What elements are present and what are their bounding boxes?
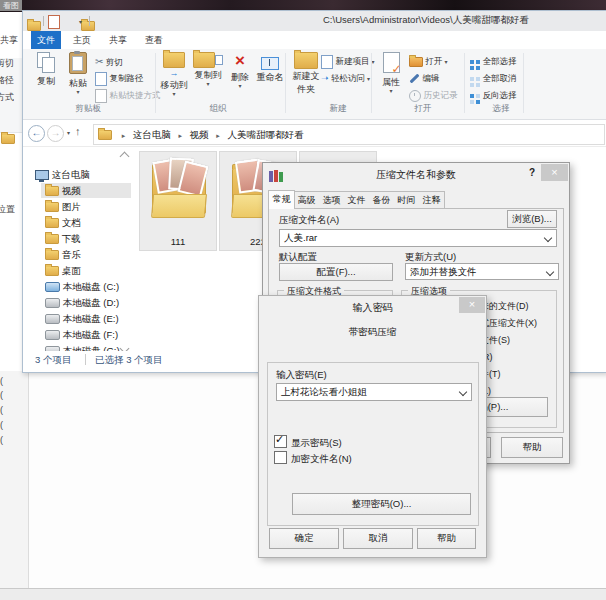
background-drive-fragment: )	[0, 435, 6, 445]
sidebar-item-pictures[interactable]: 图片	[45, 199, 81, 214]
corner-app-label: 看图	[0, 0, 22, 11]
folder-icon	[45, 234, 59, 244]
tab-advanced[interactable]: 高级	[294, 191, 320, 209]
selected-count: 已选择 3 个项目	[95, 351, 163, 368]
breadcrumb-separator-icon	[178, 126, 182, 145]
qat-folder-icon[interactable]	[27, 21, 41, 31]
drive-icon	[45, 298, 60, 308]
sidebar-item-disk-e[interactable]: 本地磁盘 (E:)	[45, 311, 119, 326]
edit-button[interactable]: 编辑	[409, 70, 439, 87]
edit-pencil-icon	[410, 74, 420, 84]
tab-general[interactable]: 常规	[268, 190, 295, 209]
drive-icon	[45, 282, 60, 292]
tab-comment[interactable]: 注释	[419, 191, 445, 209]
organize-passwords-button[interactable]: 整理密码(O)...	[292, 493, 471, 515]
password-cancel-button[interactable]: 取消	[343, 528, 413, 549]
profile-button[interactable]: 配置(F)...	[279, 263, 393, 281]
password-ok-button[interactable]: 确定	[269, 528, 339, 549]
password-close-button[interactable]	[459, 297, 485, 313]
drive-icon	[45, 314, 60, 324]
copy-to-button[interactable]: 复制到	[193, 52, 223, 86]
tab-view[interactable]: 查看	[139, 31, 169, 49]
qat-dropdown-icon[interactable]	[79, 20, 82, 24]
tab-file[interactable]: 文件	[31, 31, 61, 49]
browse-button[interactable]: 浏览(B)...	[507, 210, 557, 228]
paste-icon	[69, 52, 87, 74]
paste-button[interactable]: 粘贴	[63, 52, 93, 94]
qat-new-item-icon[interactable]	[48, 15, 60, 29]
invert-selection-button[interactable]: 反向选择	[469, 87, 516, 104]
folder-icon	[45, 218, 59, 228]
select-all-button[interactable]: 全部选择	[469, 53, 516, 70]
back-button[interactable]: ←	[28, 125, 45, 142]
ribbon-divider	[285, 53, 286, 113]
update-mode-combo[interactable]: 添加并替换文件	[405, 263, 559, 280]
tab-home[interactable]: 主页	[67, 31, 97, 49]
tab-options[interactable]: 选项	[319, 191, 345, 209]
delete-button[interactable]: 删除	[227, 52, 253, 88]
sidebar-item-desktop[interactable]: 桌面	[45, 263, 81, 278]
rename-button[interactable]: 重命名	[255, 52, 285, 84]
breadcrumb-videos[interactable]: 视频	[190, 129, 209, 140]
organize-group-label: 组织	[188, 103, 248, 115]
paste-shortcut-button[interactable]: 粘贴快捷方式	[95, 87, 160, 104]
sidebar-item-disk-d[interactable]: 本地磁盘 (D:)	[45, 295, 119, 310]
up-button[interactable]: ↑	[75, 125, 81, 137]
dialog-help-button[interactable]: ?	[529, 167, 535, 178]
sidebar-item-videos[interactable]: 视频	[41, 183, 131, 198]
show-password-checkbox[interactable]: ✓显示密码(S)	[274, 435, 342, 450]
copy-path-button[interactable]: 复制路径	[95, 70, 143, 87]
sidebar-item-documents[interactable]: 文档	[45, 215, 81, 230]
status-divider	[85, 354, 86, 365]
sidebar-item-disk-f[interactable]: 本地磁盘 (F:)	[45, 327, 118, 342]
sidebar-item-disk-c[interactable]: 本地磁盘 (C:)	[45, 279, 119, 294]
tab-files[interactable]: 文件	[344, 191, 370, 209]
encrypt-names-checkbox[interactable]: 加密文件名(N)	[274, 451, 352, 466]
copy-path-icon	[95, 72, 107, 86]
chevron-down-icon	[544, 234, 552, 242]
winrar-close-button[interactable]	[541, 164, 568, 181]
move-to-button[interactable]: → 移动到	[159, 52, 189, 96]
ribbon: 复制 粘贴 剪切 复制路径 粘贴快捷方式 剪贴板 → 移动到 复制到	[23, 49, 606, 120]
select-none-button[interactable]: 全部取消	[469, 70, 516, 87]
sidebar-item-this-pc[interactable]: 这台电脑	[35, 167, 90, 182]
new-group-label: 新建	[313, 103, 363, 115]
chevron-down-icon	[459, 388, 467, 396]
password-help-button[interactable]: 帮助	[417, 528, 476, 549]
background-window-sidebar-area: ) ) ) ) )	[0, 371, 29, 588]
folder-tile-111[interactable]: 111	[139, 151, 217, 251]
breadcrumb-current-folder[interactable]: 人美嘴甜哪都好看	[227, 129, 303, 140]
tab-backup[interactable]: 备份	[369, 191, 395, 209]
tab-time[interactable]: 时间	[394, 191, 420, 209]
background-drive-fragment: )	[0, 376, 6, 386]
paste-shortcut-icon	[95, 89, 107, 103]
copy-to-icon	[193, 52, 215, 68]
navigation-pane: 这台电脑 视频 图片 文档 下载 音乐 桌面 本地磁盘 (C:) 本地磁盘 (D…	[23, 147, 131, 349]
recent-locations-icon[interactable]	[67, 131, 70, 135]
archive-name-combo[interactable]: 人美.rar	[279, 229, 557, 247]
easy-access-button[interactable]: ➝ 轻松访问	[321, 70, 370, 87]
sidebar-scroll-up-icon[interactable]	[120, 152, 130, 162]
ribbon-divider	[371, 53, 372, 113]
new-folder-button[interactable]: 新建文件夹	[289, 52, 323, 96]
sidebar-item-downloads[interactable]: 下载	[45, 231, 81, 246]
breadcrumb-this-pc[interactable]: 这台电脑	[133, 129, 171, 140]
sidebar-item-music[interactable]: 音乐	[45, 247, 81, 262]
folder-icon	[45, 186, 59, 196]
password-input-combo[interactable]: 上村花论坛看小姐姐	[276, 383, 472, 401]
copy-button[interactable]: 复制	[31, 52, 61, 88]
tab-share[interactable]: 共享	[103, 31, 133, 49]
easy-access-icon: ➝	[321, 73, 329, 83]
new-item-button[interactable]: 新建项目	[321, 53, 374, 70]
breadcrumb[interactable]: 这台电脑 视频 人美嘴甜哪都好看	[93, 124, 605, 145]
folder-thumbnail-icon	[149, 158, 207, 232]
qat-separator	[89, 16, 90, 26]
history-button[interactable]: 历史记录	[409, 87, 457, 104]
forward-button[interactable]: →	[47, 125, 64, 142]
background-ribbon-fragment: 粘贴快捷方式	[0, 91, 14, 104]
winrar-help-button[interactable]: 帮助	[501, 437, 563, 458]
cut-button[interactable]: 剪切	[95, 53, 123, 70]
properties-button[interactable]: 属性	[377, 52, 405, 93]
password-group: 输入密码(E) 上村花论坛看小姐姐 ✓显示密码(S) 加密文件名(N) 整理密码…	[267, 362, 479, 526]
open-button[interactable]: 打开	[409, 53, 447, 70]
